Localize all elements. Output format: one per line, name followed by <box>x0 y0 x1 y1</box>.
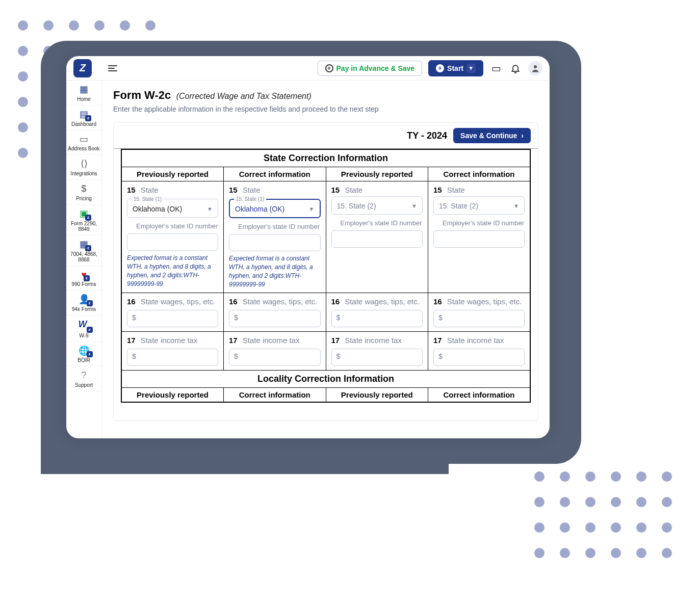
dollar-icon: $ <box>438 352 443 360</box>
sidebar-item-label: Support <box>75 382 93 388</box>
avatar[interactable] <box>528 61 542 75</box>
person-icon: 👤z <box>79 295 90 305</box>
state-income-tax-input[interactable] <box>229 349 321 366</box>
main-content: Form W-2c (Corrected Wage and Tax Statem… <box>102 81 550 438</box>
plus-icon: + <box>436 64 444 72</box>
dollar-icon: $ <box>336 352 341 360</box>
dollar-icon: $ <box>234 313 238 322</box>
select-legend: 15. State (1) <box>234 196 266 202</box>
chevron-down-icon: ▾ <box>466 64 476 73</box>
box-label: State income tax <box>141 336 198 345</box>
sidebar-item-boir[interactable]: 🌐z BOIR <box>66 342 101 367</box>
box-number: 16 <box>127 297 136 306</box>
format-hint: Expected format is a constant WTH, a hyp… <box>229 254 321 288</box>
select-legend: 15. State (1) <box>132 196 164 202</box>
pay-in-advance-label: Pay in Advance & Save <box>336 64 415 72</box>
state-wages-input[interactable] <box>433 310 525 327</box>
sidebar-item-support[interactable]: ? Support <box>66 366 101 391</box>
pricing-icon: $ <box>81 184 86 194</box>
state-income-tax-input[interactable] <box>127 349 218 366</box>
column-header: Correct information <box>428 167 531 181</box>
w9-icon: W9z <box>78 320 89 331</box>
sidebar-item-form-2290[interactable]: ▣z Form 2290, 8849 <box>66 205 101 235</box>
box-number: 17 <box>433 336 442 345</box>
chevron-right-icon: › <box>521 132 524 140</box>
sidebar-item-label: W-9 <box>79 333 88 338</box>
state-income-tax-input[interactable] <box>433 349 525 366</box>
sidebar: ▦ Home ▤z Dashboard ▭ Address Book ⟨⟩ In… <box>66 81 102 438</box>
column-header: Previously reported <box>121 388 224 403</box>
box-label: State wages, tips, etc. <box>447 297 522 306</box>
sidebar-item-label: Home <box>77 96 91 102</box>
state-wages-input[interactable] <box>331 310 423 327</box>
state-2-prev-select[interactable]: 15. State (2)▼ <box>331 196 423 215</box>
column-header: Correct information <box>428 388 531 403</box>
state-correction-table: State Correction Information Previously … <box>121 149 531 403</box>
decorative-dots-bottom-right <box>534 471 672 558</box>
dashboard-icon: ▤z <box>80 110 88 120</box>
sidebar-item-integrations[interactable]: ⟨⟩ Integrations <box>66 155 101 180</box>
page-title: Form W-2c <box>113 89 171 101</box>
sidebar-item-w9[interactable]: W9z W-9 <box>66 316 101 342</box>
state-income-tax-input[interactable] <box>331 349 423 366</box>
state-1-corr-select[interactable]: 15. State (1) Oklahoma (OK)▼ <box>229 196 321 218</box>
pay-in-advance-button[interactable]: + Pay in Advance & Save <box>318 61 423 76</box>
select-value: Oklahoma (OK) <box>133 205 182 213</box>
box-label: State wages, tips, etc. <box>243 297 318 306</box>
device-backdrop-foot <box>41 438 449 474</box>
save-continue-label: Save & Continue <box>460 132 517 140</box>
sidebar-item-label: 990 Forms <box>72 281 96 287</box>
box-label: State <box>345 186 362 194</box>
sidebar-item-address-book[interactable]: ▭ Address Book <box>66 130 101 155</box>
employer-state-id-input[interactable] <box>433 230 525 248</box>
state-wages-input[interactable] <box>127 310 218 327</box>
start-button[interactable]: + Start ▾ <box>428 60 483 76</box>
sidebar-item-label: Form 2290, 8849 <box>67 221 100 232</box>
state-2-corr-select[interactable]: 15. State (2)▼ <box>433 196 525 215</box>
employer-state-id-input[interactable] <box>127 233 218 251</box>
box-number: 16 <box>229 297 238 306</box>
section-title: State Correction Information <box>121 149 530 167</box>
box-label: State <box>141 186 159 194</box>
id-card-icon[interactable]: ▭ <box>489 62 503 75</box>
sidebar-item-990[interactable]: ♥z 990 Forms <box>66 266 101 291</box>
format-hint: Expected format is a constant WTH, a hyp… <box>127 254 218 288</box>
heart-icon: ♥z <box>81 270 87 280</box>
calendar-icon: ▦z <box>80 240 88 250</box>
employer-state-id-input[interactable] <box>331 230 423 248</box>
sidebar-item-94x[interactable]: 👤z 94x Forms <box>66 291 101 316</box>
menu-toggle-icon[interactable] <box>108 65 117 71</box>
ein-label: Employer's state ID number <box>238 223 321 230</box>
bell-icon[interactable] <box>509 62 522 75</box>
box-label: State wages, tips, etc. <box>345 297 420 306</box>
box-number: 17 <box>331 336 340 345</box>
ein-label: Employer's state ID number <box>341 220 423 227</box>
dollar-icon: $ <box>438 313 443 322</box>
box-number: 17 <box>229 336 238 345</box>
sidebar-item-pricing[interactable]: $ Pricing <box>66 180 101 205</box>
truck-icon: ▣z <box>80 209 88 219</box>
sidebar-item-label: 7004, 4868, 8868 <box>67 251 100 262</box>
column-header: Previously reported <box>121 167 224 181</box>
column-header: Previously reported <box>326 388 428 403</box>
select-placeholder: 15. State (2) <box>439 202 478 210</box>
save-continue-button[interactable]: Save & Continue › <box>453 128 531 143</box>
state-wages-input[interactable] <box>229 310 321 327</box>
box-label: State income tax <box>447 336 504 345</box>
employer-state-id-input[interactable] <box>229 234 321 251</box>
sidebar-item-home[interactable]: ▦ Home <box>66 81 101 106</box>
box-label: State <box>243 186 261 194</box>
sidebar-item-7004[interactable]: ▦z 7004, 4868, 8868 <box>66 235 101 266</box>
app-logo[interactable]: Z <box>73 59 92 77</box>
column-header: Correct information <box>224 388 326 403</box>
plus-icon: + <box>325 64 333 72</box>
page-subtitle: (Corrected Wage and Tax Statement) <box>176 92 312 100</box>
sidebar-item-dashboard[interactable]: ▤z Dashboard <box>66 106 101 130</box>
page-description: Enter the applicable information in the … <box>113 105 538 113</box>
chevron-down-icon: ▼ <box>513 203 519 209</box>
state-1-prev-select[interactable]: 15. State (1) Oklahoma (OK)▼ <box>127 196 218 218</box>
sidebar-item-label: Dashboard <box>71 121 96 127</box>
select-value: Oklahoma (OK) <box>235 205 284 213</box>
dollar-icon: $ <box>132 352 136 360</box>
start-label: Start <box>447 64 463 72</box>
